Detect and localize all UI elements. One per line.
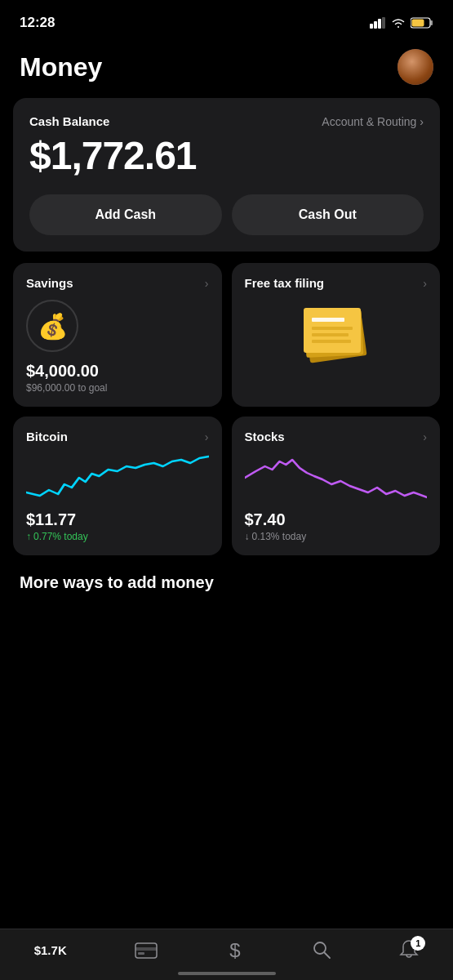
- wifi-icon: [391, 17, 406, 29]
- savings-goal: $96,000.00 to goal: [26, 382, 209, 394]
- nav-item-money[interactable]: $: [226, 939, 244, 960]
- savings-bag-icon: 💰: [38, 312, 68, 341]
- tax-filing-card-header: Free tax filing ›: [245, 276, 428, 290]
- tax-filing-chevron-icon: ›: [423, 277, 427, 290]
- stocks-arrow-icon: ↓: [245, 531, 250, 542]
- page-title: Money: [20, 52, 102, 82]
- tax-illustration: [245, 300, 428, 365]
- stocks-chevron-icon: ›: [423, 430, 427, 443]
- main-content: Cash Balance Account & Routing › $1,772.…: [0, 98, 453, 555]
- account-routing-chevron: ›: [420, 115, 424, 128]
- svg-rect-11: [312, 327, 353, 330]
- bitcoin-card[interactable]: Bitcoin › $11.77 ↑ 0.77% today: [13, 416, 222, 555]
- stocks-card-title: Stocks: [245, 430, 285, 443]
- savings-card-title: Savings: [26, 276, 73, 290]
- nav-item-search[interactable]: [312, 940, 331, 960]
- savings-amount: $4,000.00: [26, 362, 209, 381]
- svg-rect-6: [412, 20, 424, 27]
- search-icon: [312, 940, 331, 960]
- bitcoin-chevron-icon: ›: [205, 430, 209, 443]
- svg-rect-12: [312, 333, 349, 336]
- cash-out-button[interactable]: Cash Out: [232, 194, 424, 235]
- bitcoin-value: $11.77: [26, 510, 209, 529]
- signal-icon: [370, 17, 386, 29]
- tax-filing-card[interactable]: Free tax filing ›: [232, 263, 441, 407]
- savings-icon-wrapper: 💰: [26, 300, 78, 352]
- svg-rect-0: [370, 24, 373, 29]
- cash-balance-card: Cash Balance Account & Routing › $1,772.…: [13, 98, 440, 252]
- bitcoin-arrow-icon: ↑: [26, 531, 31, 542]
- page-header: Money: [0, 41, 453, 98]
- svg-rect-9: [304, 308, 361, 353]
- battery-icon: [411, 17, 433, 29]
- svg-rect-16: [138, 952, 144, 955]
- svg-line-19: [324, 953, 330, 959]
- savings-card[interactable]: Savings › 💰 $4,000.00 $96,000.00 to goal: [13, 263, 222, 407]
- stocks-change-text: 0.13% today: [252, 531, 307, 542]
- avatar-image: [397, 49, 433, 85]
- savings-chevron-icon: ›: [205, 277, 209, 290]
- cash-balance-header: Cash Balance Account & Routing ›: [29, 114, 424, 128]
- account-routing-label: Account & Routing: [322, 115, 416, 128]
- cards-grid: Savings › 💰 $4,000.00 $96,000.00 to goal…: [13, 263, 440, 555]
- cash-balance-label: Cash Balance: [29, 114, 109, 128]
- dollar-icon: $: [226, 939, 244, 960]
- nav-balance-label: $1.7K: [34, 943, 67, 957]
- stocks-value: $7.40: [245, 510, 428, 529]
- more-ways-section: More ways to add money: [0, 567, 453, 608]
- svg-rect-10: [312, 318, 344, 322]
- savings-card-header: Savings ›: [26, 276, 209, 290]
- nav-item-balance[interactable]: $1.7K: [34, 943, 67, 957]
- home-indicator: [178, 972, 276, 975]
- stocks-card[interactable]: Stocks › $7.40 ↓ 0.13% today: [232, 416, 441, 555]
- cash-amount: $1,772.61: [29, 133, 424, 178]
- tax-filing-card-title: Free tax filing: [245, 276, 325, 290]
- account-routing-button[interactable]: Account & Routing ›: [322, 115, 424, 128]
- more-ways-title: More ways to add money: [20, 573, 433, 592]
- avatar[interactable]: [397, 49, 433, 85]
- svg-rect-13: [312, 340, 351, 343]
- stocks-change: ↓ 0.13% today: [245, 531, 428, 542]
- status-bar: 12:28: [0, 0, 453, 41]
- bitcoin-chart: [26, 453, 209, 502]
- notification-badge: 1: [411, 936, 425, 951]
- card-icon: [135, 941, 158, 959]
- status-time: 12:28: [20, 15, 55, 31]
- stocks-card-header: Stocks ›: [245, 430, 428, 443]
- action-buttons: Add Cash Cash Out: [29, 194, 424, 235]
- nav-item-notification[interactable]: 1: [399, 939, 419, 960]
- bitcoin-change: ↑ 0.77% today: [26, 531, 209, 542]
- svg-rect-5: [431, 20, 433, 25]
- svg-rect-2: [378, 19, 381, 29]
- stocks-chart: [245, 453, 428, 502]
- bitcoin-card-title: Bitcoin: [26, 430, 68, 443]
- bitcoin-card-header: Bitcoin ›: [26, 430, 209, 443]
- add-cash-button[interactable]: Add Cash: [29, 194, 222, 235]
- status-icons: [370, 17, 433, 29]
- tax-papers-svg: [291, 300, 380, 365]
- svg-rect-15: [135, 947, 157, 951]
- nav-item-card[interactable]: [135, 941, 158, 959]
- bitcoin-change-text: 0.77% today: [33, 531, 88, 542]
- svg-text:$: $: [229, 939, 240, 960]
- svg-rect-3: [382, 17, 385, 29]
- svg-rect-1: [374, 21, 377, 29]
